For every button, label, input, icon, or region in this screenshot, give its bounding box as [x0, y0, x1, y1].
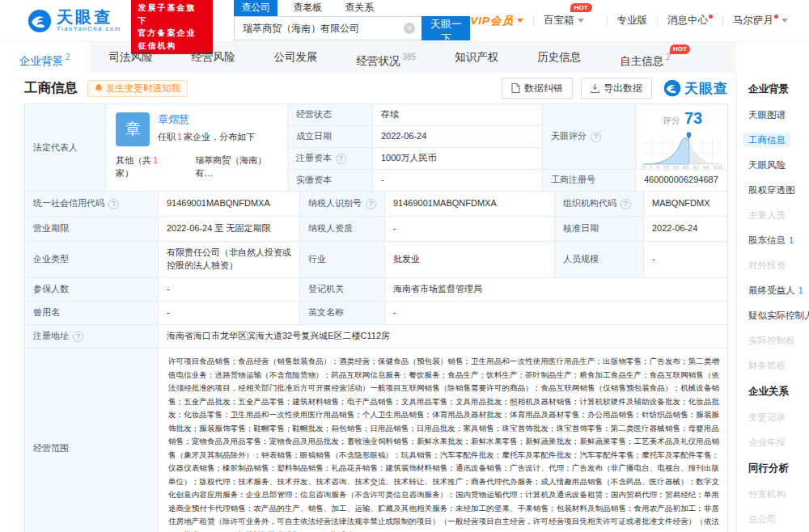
nav-tab[interactable]: 司法风险	[90, 42, 172, 73]
sidebar-item[interactable]: 实际控制权	[748, 335, 809, 347]
legal-rep-dist-label: 其他（共1家）	[116, 154, 172, 180]
legal-rep-name-link[interactable]: 章熠慧	[158, 112, 255, 128]
user-account-link[interactable]: 马尔萨月	[733, 14, 788, 27]
sidebar-item[interactable]: 变更记录	[748, 412, 809, 424]
tianyancha-logo[interactable]: 天眼查 TianYanCha.com	[28, 9, 121, 33]
search-tab[interactable]: 查老板	[286, 0, 329, 16]
notification-dot	[774, 15, 778, 19]
search-tabs: 查公司 查老板 查关系	[234, 1, 470, 16]
sidebar-item[interactable]: 最终受益人1	[748, 285, 809, 297]
field-value-approval-date: 2022-06-24	[644, 217, 729, 242]
sidebar-item[interactable]: 分支机构	[748, 488, 809, 500]
nav-tab[interactable]: 自主信息2 HOT	[600, 42, 690, 73]
help-icon[interactable]	[73, 331, 83, 342]
message-center-link[interactable]: 消息中心	[667, 14, 713, 27]
field-label-credit-code: 统一社会信用代码	[33, 197, 104, 210]
field-value-reg-capital: 1000万人民币	[373, 148, 543, 170]
field-value-scope: 许可项目食品销售；食品经营（销售散装食品）；酒类经营；保健食品（预包装）销售；卫…	[159, 348, 729, 532]
field-value-insured: -	[159, 278, 300, 302]
help-icon[interactable]	[621, 199, 631, 209]
section-title: 工商信息	[24, 79, 78, 97]
field-value-status: 存续	[373, 104, 543, 126]
sidebar-item[interactable]: 总公司	[748, 513, 809, 526]
chevron-down-icon	[517, 19, 523, 23]
top-header: 天眼查 TianYanCha.com 国家中小企业发展子基金旗下 官方备案企业征…	[0, 0, 809, 42]
score-value: 73	[684, 109, 702, 127]
logo-title: 天眼查	[57, 9, 121, 25]
menu-divider	[657, 16, 658, 26]
nav-tab[interactable]: 企业背景2	[0, 42, 90, 73]
search-tab[interactable]: 查关系	[337, 0, 381, 16]
sidebar-item[interactable]: 财务简析	[748, 360, 809, 372]
user-menu: VIP会员 百宝箱 HOT 专业版 消息中心 马尔萨月	[470, 14, 809, 28]
nav-tab[interactable]: 经营状况385	[337, 42, 436, 73]
field-value-taxpayer-quality: -	[385, 217, 555, 242]
search-input[interactable]	[234, 16, 421, 40]
sidebar-item[interactable]: 疑似实际控制人	[748, 310, 809, 322]
brand-watermark: 天眼查	[663, 79, 728, 98]
field-value-taxpayer-id: 91469001MABQNFDMXA	[385, 192, 555, 217]
field-value-paid-capital: -	[373, 170, 543, 192]
field-label-scope: 经营范围	[25, 348, 159, 532]
sidebar-item[interactable]: 企业年报	[748, 437, 809, 449]
field-label-score: 天眼评分	[551, 130, 587, 143]
legal-rep-company-link[interactable]: 瑞萃商贸（海南）有…	[195, 154, 277, 180]
hot-badge: HOT	[670, 44, 690, 54]
search-tab[interactable]: 查公司	[234, 0, 277, 16]
field-label-insured: 参保人数	[25, 278, 159, 302]
notify-on-change-badge[interactable]: 发生变更时通知我	[87, 80, 188, 97]
search-area: 查公司 查老板 查关系 × 天眼一下	[234, 1, 470, 40]
field-value-established: 2022-06-24	[373, 126, 543, 148]
help-icon[interactable]	[336, 154, 346, 164]
anchor-sidebar: 企业背景 天眼图谱 工商信息 天眼风险 股权穿透图 主要人员 股东信息1	[736, 73, 809, 532]
field-label-reg-capital: 注册资本	[296, 152, 332, 165]
field-label-company-type: 企业类型	[25, 242, 159, 278]
nav-tab[interactable]: 经营风险	[172, 42, 255, 73]
field-label-established: 成立日期	[288, 126, 373, 148]
sidebar-item[interactable]: 股权穿透图	[748, 184, 809, 196]
nav-tab[interactable]: 公司发展	[255, 42, 337, 73]
field-label-legal-rep: 法定代表人	[25, 104, 106, 192]
field-label-taxpayer-quality: 纳税人资质	[300, 217, 385, 242]
help-icon[interactable]	[108, 199, 119, 209]
hot-badge: HOT	[570, 3, 592, 12]
notification-dot	[709, 15, 713, 19]
logo-domain: TianYanCha.com	[57, 25, 121, 32]
help-icon[interactable]	[591, 132, 601, 142]
sidebar-item[interactable]: 工商信息	[748, 134, 809, 146]
chevron-down-icon	[578, 19, 584, 23]
help-icon[interactable]	[366, 199, 376, 209]
sidebar-item[interactable]: 企业关系	[748, 385, 809, 399]
sidebar-item[interactable]: 天眼图谱	[748, 109, 809, 121]
field-label-taxpayer-id: 纳税人识别号	[308, 197, 362, 210]
field-label-status: 经营状态	[288, 104, 373, 126]
chevron-down-icon	[781, 19, 788, 23]
field-label-english-name: 英文名称	[300, 302, 385, 325]
field-label-address: 注册地址	[33, 330, 69, 343]
field-label-former-name: 曾用名	[25, 302, 159, 325]
field-label-registry: 登记机关	[300, 278, 385, 302]
menu-divider	[607, 16, 608, 26]
menu-divider	[722, 16, 723, 26]
sidebar-item[interactable]: 企业背景	[748, 82, 809, 96]
toolbox-link[interactable]: 百宝箱 HOT	[544, 14, 597, 27]
logo-eye-icon	[663, 79, 681, 97]
pro-version-link[interactable]: 专业版	[617, 14, 648, 27]
data-correction-button[interactable]: 数据纠错	[502, 78, 573, 99]
sidebar-item[interactable]: 股东信息1	[748, 234, 809, 247]
avatar[interactable]: 章	[116, 112, 150, 146]
sidebar-item[interactable]: 同行分析	[748, 462, 809, 475]
sidebar-item[interactable]: 天眼风险	[748, 159, 809, 171]
company-nav-tabs: 企业背景2 司法风险 经营风险 公司发展 经营状况385 知识产权 历史信息	[0, 42, 736, 73]
vip-link[interactable]: VIP会员	[470, 14, 523, 28]
field-value-org-code: MABQNFDMX	[644, 192, 729, 217]
search-button[interactable]: 天眼一下	[421, 16, 470, 40]
nav-tab[interactable]: 知识产权	[435, 42, 518, 73]
export-data-button[interactable]: 导出数据	[581, 78, 652, 99]
sidebar-item[interactable]: 对外投资	[748, 260, 809, 272]
nav-tab[interactable]: 历史信息	[518, 42, 600, 73]
sidebar-item[interactable]: 主要人员	[748, 209, 809, 222]
menu-divider	[533, 16, 534, 26]
field-value-former-name: -	[159, 302, 300, 325]
document-icon	[511, 83, 520, 93]
